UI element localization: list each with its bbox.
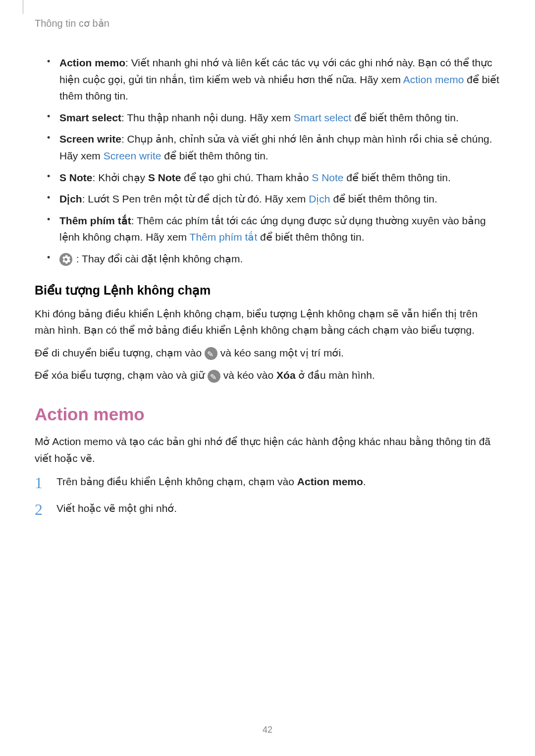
feature-desc: : Thay đổi cài đặt lệnh không chạm. (73, 253, 243, 264)
feature-desc-tail: để biết thêm thông tin. (330, 193, 437, 204)
page-number: 42 (0, 725, 535, 735)
link-smart-select[interactable]: Smart select (294, 112, 352, 123)
gear-icon (59, 253, 72, 266)
link-dich[interactable]: Dịch (309, 193, 330, 204)
feature-desc: : Lướt S Pen trên một từ để dịch từ đó. … (82, 193, 309, 204)
para-text: và kéo vào (220, 369, 276, 381)
paragraph: Khi đóng bảng điều khiển Lệnh không chạm… (35, 305, 500, 339)
step-bold: Action memo (297, 476, 363, 487)
feature-screen-write: Screen write: Chụp ảnh, chỉnh sửa và viế… (50, 131, 500, 164)
feature-desc: : Thu thập nhanh nội dung. Hãy xem (121, 112, 294, 123)
para-text: ở đầu màn hình. (296, 369, 375, 381)
link-them-phim-tat[interactable]: Thêm phím tắt (190, 231, 258, 243)
feature-settings: : Thay đổi cài đặt lệnh không chạm. (50, 251, 500, 267)
section-intro: Mở Action memo và tạo các bản ghi nhớ để… (35, 433, 500, 466)
paragraph-move-icon: Để di chuyển biểu tượng, chạm vào và kéo… (35, 345, 500, 361)
feature-desc-mid: để tạo ghi chú. Tham khảo (181, 172, 312, 183)
step-text: Viết hoặc vẽ một ghi nhớ. (56, 503, 177, 514)
feature-action-memo: Action memo: Viết nhanh ghi nhớ và liên … (50, 54, 500, 104)
para-text: Để xóa biểu tượng, chạm vào và giữ (35, 369, 208, 381)
feature-label: Thêm phím tắt (59, 215, 131, 226)
feature-desc-tail: để biết thêm thông tin. (257, 231, 364, 243)
steps-list: Trên bảng điều khiển Lệnh không chạm, ch… (35, 473, 500, 516)
feature-label: S Note (59, 172, 93, 183)
subheading-air-command-icon: Biểu tượng Lệnh không chạm (35, 283, 500, 298)
link-s-note[interactable]: S Note (312, 172, 343, 183)
feature-desc: : Khởi chạy (93, 172, 148, 183)
link-action-memo[interactable]: Action memo (403, 74, 464, 85)
feature-them-phim-tat: Thêm phím tắt: Thêm các phím tắt tới các… (50, 212, 500, 246)
feature-inline-bold: S Note (148, 172, 181, 183)
feature-label: Screen write (59, 133, 121, 145)
para-text: và kéo sang một vị trí mới. (217, 347, 344, 358)
main-content: Action memo: Viết nhanh ghi nhớ và liên … (35, 54, 500, 526)
step-text: . (363, 476, 366, 487)
step-1: Trên bảng điều khiển Lệnh không chạm, ch… (35, 473, 500, 490)
feature-label: Action memo (59, 57, 125, 68)
feature-desc-tail: để biết thêm thông tin. (351, 112, 458, 123)
feature-desc-tail: để biết thêm thông tin. (344, 172, 451, 183)
section-title-action-memo: Action memo (35, 404, 500, 424)
page-header: Thông tin cơ bản (35, 17, 109, 29)
pen-icon (208, 370, 220, 383)
feature-dich: Dịch: Lướt S Pen trên một từ để dịch từ … (50, 191, 500, 207)
para-bold: Xóa (276, 369, 296, 381)
step-2: Viết hoặc vẽ một ghi nhớ. (35, 500, 500, 517)
paragraph-delete-icon: Để xóa biểu tượng, chạm vào và giữ và ké… (35, 367, 500, 384)
step-text: Trên bảng điều khiển Lệnh không chạm, ch… (56, 476, 297, 487)
feature-list: Action memo: Viết nhanh ghi nhớ và liên … (35, 54, 500, 267)
feature-label: Dịch (59, 193, 82, 204)
para-text: Để di chuyển biểu tượng, chạm vào (35, 347, 205, 358)
feature-desc-tail: để biết thêm thông tin. (161, 150, 268, 161)
pen-icon (205, 347, 217, 360)
feature-s-note: S Note: Khởi chạy S Note để tạo ghi chú.… (50, 169, 500, 186)
feature-smart-select: Smart select: Thu thập nhanh nội dung. H… (50, 109, 500, 126)
feature-label: Smart select (59, 112, 121, 123)
link-screen-write[interactable]: Screen write (104, 150, 161, 161)
